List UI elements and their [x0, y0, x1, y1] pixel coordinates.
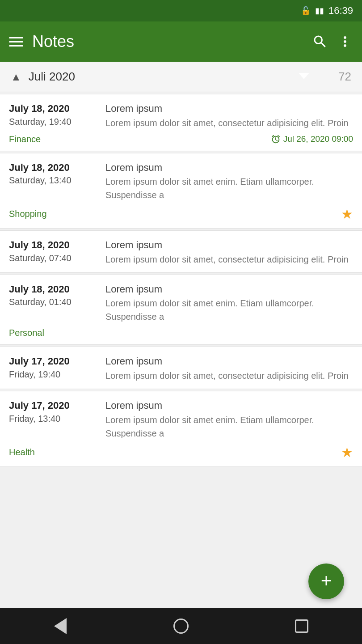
note-date-main: July 18, 2020	[9, 161, 98, 174]
note-title: Lorem ipsum	[105, 239, 353, 252]
note-date-sub: Saturday, 07:40	[9, 252, 98, 264]
note-content-col: Lorem ipsum Lorem ipsum dolor sit amet, …	[105, 239, 353, 266]
note-footer: Health ★	[9, 445, 353, 460]
note-title: Lorem ipsum	[105, 355, 353, 368]
reminder-text: Jul 26, 2020 09:00	[283, 134, 353, 144]
note-card-body: July 17, 2020 Friday, 13:40 Lorem ipsum …	[9, 399, 353, 440]
note-card[interactable]: July 17, 2020 Friday, 19:40 Lorem ipsum …	[0, 347, 362, 389]
note-preview: Lorem ipsum dolor sit amet, consectetur …	[105, 369, 353, 382]
recents-icon	[295, 619, 308, 633]
note-card-body: July 17, 2020 Friday, 19:40 Lorem ipsum …	[9, 355, 353, 382]
note-card-body: July 18, 2020 Saturday, 07:40 Lorem ipsu…	[9, 239, 353, 266]
month-label: Juli 2020	[29, 70, 338, 84]
star-icon: ★	[341, 206, 353, 222]
note-content-col: Lorem ipsum Lorem ipsum dolor sit amet, …	[105, 102, 353, 130]
notes-list: July 18, 2020 Saturday, 19:40 Lorem ipsu…	[0, 92, 362, 608]
sim-off-icon: 🔓	[301, 6, 311, 16]
note-card[interactable]: July 18, 2020 Saturday, 07:40 Lorem ipsu…	[0, 230, 362, 273]
note-preview: Lorem ipsum dolor sit amet enim. Etiam u…	[105, 413, 353, 440]
app-bar: Notes	[0, 21, 362, 62]
note-card[interactable]: July 17, 2020 Friday, 13:40 Lorem ipsum …	[0, 391, 362, 467]
note-date-col: July 17, 2020 Friday, 13:40	[9, 399, 98, 440]
add-icon: +	[321, 572, 332, 590]
note-preview: Lorem ipsum dolor sit amet, consectetur …	[105, 253, 353, 266]
recents-button[interactable]	[288, 613, 315, 640]
more-options-icon[interactable]	[337, 34, 353, 50]
note-footer-right: Jul 26, 2020 09:00	[271, 134, 353, 144]
note-date-sub: Friday, 13:40	[9, 412, 98, 425]
star-icon: ★	[341, 445, 353, 460]
note-content-col: Lorem ipsum Lorem ipsum dolor sit amet, …	[105, 355, 353, 382]
note-footer-right: ★	[341, 206, 353, 222]
note-date-main: July 17, 2020	[9, 355, 98, 368]
back-button[interactable]	[47, 613, 74, 640]
status-bar: 🔓 ▮▮ 16:39	[0, 0, 362, 21]
add-note-button[interactable]: +	[308, 564, 344, 599]
note-card[interactable]: July 18, 2020 Saturday, 19:40 Lorem ipsu…	[0, 94, 362, 151]
alarm-icon	[271, 134, 281, 144]
note-card-body: July 18, 2020 Saturday, 13:40 Lorem ipsu…	[9, 161, 353, 202]
home-button[interactable]	[168, 613, 194, 640]
note-date-col: July 18, 2020 Saturday, 01:40	[9, 283, 98, 324]
note-content-col: Lorem ipsum Lorem ipsum dolor sit amet e…	[105, 283, 353, 324]
note-tag[interactable]: Health	[9, 447, 35, 458]
back-icon	[54, 618, 67, 634]
note-card[interactable]: July 18, 2020 Saturday, 01:40 Lorem ipsu…	[0, 275, 362, 345]
battery-icon: ▮▮	[315, 6, 324, 16]
note-footer: Shopping ★	[9, 206, 353, 222]
note-footer: Finance Jul 26, 2020 09:00	[9, 134, 353, 144]
note-content-col: Lorem ipsum Lorem ipsum dolor sit amet e…	[105, 399, 353, 440]
note-date-main: July 18, 2020	[9, 239, 98, 252]
home-icon	[173, 619, 189, 634]
dropdown-arrow-icon	[299, 73, 309, 79]
note-date-sub: Saturday, 01:40	[9, 296, 98, 308]
note-tag[interactable]: Personal	[9, 328, 44, 338]
note-date-sub: Saturday, 13:40	[9, 174, 98, 186]
note-card-body: July 18, 2020 Saturday, 19:40 Lorem ipsu…	[9, 102, 353, 130]
collapse-icon[interactable]: ▲	[11, 71, 21, 83]
status-time: 16:39	[328, 5, 353, 17]
note-date-col: July 18, 2020 Saturday, 19:40	[9, 102, 98, 130]
note-preview: Lorem ipsum dolor sit amet, consectetur …	[105, 116, 353, 130]
search-icon[interactable]	[312, 34, 328, 50]
bottom-nav	[0, 608, 362, 644]
note-tag[interactable]: Finance	[9, 134, 41, 144]
note-title: Lorem ipsum	[105, 283, 353, 296]
note-date-col: July 18, 2020 Saturday, 13:40	[9, 161, 98, 202]
note-title: Lorem ipsum	[105, 102, 353, 115]
note-date-main: July 17, 2020	[9, 399, 98, 412]
note-preview: Lorem ipsum dolor sit amet enim. Etiam u…	[105, 175, 353, 202]
note-date-col: July 18, 2020 Saturday, 07:40	[9, 239, 98, 266]
note-date-main: July 18, 2020	[9, 102, 98, 115]
note-preview: Lorem ipsum dolor sit amet enim. Etiam u…	[105, 297, 353, 323]
note-date-main: July 18, 2020	[9, 283, 98, 296]
note-card-body: July 18, 2020 Saturday, 01:40 Lorem ipsu…	[9, 283, 353, 324]
note-title: Lorem ipsum	[105, 399, 353, 412]
status-icons: 🔓 ▮▮ 16:39	[301, 5, 353, 17]
month-count: 72	[338, 70, 351, 84]
note-footer: Personal	[9, 328, 353, 338]
note-content-col: Lorem ipsum Lorem ipsum dolor sit amet e…	[105, 161, 353, 202]
note-date-sub: Saturday, 19:40	[9, 115, 98, 128]
note-card[interactable]: July 18, 2020 Saturday, 13:40 Lorem ipsu…	[0, 153, 362, 229]
menu-button[interactable]	[9, 37, 23, 47]
note-footer-right: ★	[341, 445, 353, 460]
note-date-sub: Friday, 19:40	[9, 368, 98, 381]
note-tag[interactable]: Shopping	[9, 209, 47, 219]
note-reminder: Jul 26, 2020 09:00	[271, 134, 353, 144]
app-title: Notes	[32, 32, 303, 51]
note-date-col: July 17, 2020 Friday, 19:40	[9, 355, 98, 382]
note-title: Lorem ipsum	[105, 161, 353, 174]
